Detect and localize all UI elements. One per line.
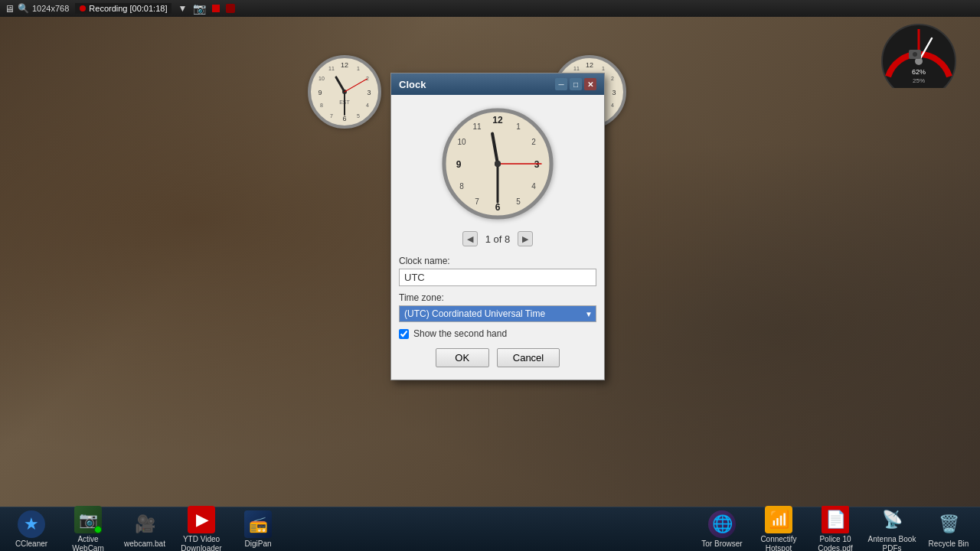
close-icon[interactable] xyxy=(226,4,235,13)
select-arrow-icon: ▼ xyxy=(585,310,593,318)
svg-text:4: 4 xyxy=(531,182,536,191)
ytd-icon: ▶ xyxy=(188,506,215,533)
webcam-bat-label: webcam.bat xyxy=(124,540,165,549)
digipan-icon: 📻 xyxy=(244,510,272,538)
timezone-label: Time zone: xyxy=(399,292,596,303)
taskbar-icon-ytd[interactable]: ▶ YTD Video Downloader xyxy=(175,503,228,552)
close-button[interactable]: ✕ xyxy=(584,78,596,90)
taskbar-icon-tor[interactable]: 🌐 Tor Browser xyxy=(695,507,749,552)
camera-icon[interactable]: 📷 xyxy=(193,2,206,15)
webcam-bat-icon: 🎥 xyxy=(131,510,158,538)
search-icon: 🔍 xyxy=(18,3,29,14)
svg-text:10: 10 xyxy=(457,138,466,146)
svg-text:4: 4 xyxy=(366,103,369,108)
taskbar-icon-digipan[interactable]: 📻 DigiPan xyxy=(231,507,285,552)
recording-badge: Recording [00:01:18] xyxy=(75,3,172,14)
resolution-label: 1024x768 xyxy=(32,4,69,13)
tor-icon: 🌐 xyxy=(708,510,736,538)
dropdown-arrow[interactable]: ▼ xyxy=(178,3,187,14)
taskbar-icon-ccleaner[interactable]: ★ CCleaner xyxy=(5,507,58,552)
recycle-bin-label: Recycle Bin xyxy=(929,540,969,549)
dialog-title: Clock xyxy=(399,79,426,90)
svg-text:11: 11 xyxy=(573,66,580,71)
svg-text:5: 5 xyxy=(516,197,521,206)
second-hand-checkbox[interactable] xyxy=(399,329,409,339)
timezone-group: Time zone: (UTC) Coordinated Universal T… xyxy=(399,292,596,322)
active-webcam-icon: 📷 xyxy=(74,506,102,533)
desktop-clock-left: 12 3 6 9 1 2 4 5 7 8 10 11 EST xyxy=(306,54,383,130)
second-hand-label: Show the second hand xyxy=(413,328,507,339)
connectify-label: Connectify Hotspot xyxy=(753,535,804,552)
ok-button[interactable]: OK xyxy=(436,348,489,367)
rec-dot xyxy=(80,5,86,11)
titlebar-buttons[interactable]: ─ □ ✕ xyxy=(555,78,596,90)
svg-text:11: 11 xyxy=(472,122,482,131)
timezone-select-wrapper: (UTC) Coordinated Universal Time ▼ xyxy=(399,305,596,322)
top-bar-icons: 🖥 🔍 1024x768 xyxy=(5,3,69,15)
taskbar: ★ CCleaner 📷 Active WebCam 🎥 webcam.bat … xyxy=(0,507,980,551)
svg-text:12: 12 xyxy=(341,61,348,69)
dialog-titlebar: Clock ─ □ ✕ xyxy=(391,73,604,95)
svg-text:2: 2 xyxy=(366,76,369,81)
ccleaner-label: CCleaner xyxy=(15,540,47,549)
pagination: ◀ 1 of 8 ▶ xyxy=(399,231,596,246)
police-codes-icon: 📄 xyxy=(822,506,849,533)
tor-label: Tor Browser xyxy=(701,540,742,549)
svg-text:11: 11 xyxy=(328,66,335,71)
digipan-label: DigiPan xyxy=(244,540,271,549)
minimize-button[interactable]: ─ xyxy=(555,78,567,90)
timezone-value: (UTC) Coordinated Universal Time xyxy=(404,308,545,319)
maximize-button[interactable]: □ xyxy=(570,78,582,90)
next-page-button[interactable]: ▶ xyxy=(518,231,533,246)
svg-text:1: 1 xyxy=(516,122,521,131)
svg-text:6: 6 xyxy=(495,202,501,213)
svg-text:2: 2 xyxy=(611,76,614,81)
svg-text:3: 3 xyxy=(534,159,540,170)
svg-text:9: 9 xyxy=(318,89,322,96)
ccleaner-icon: ★ xyxy=(18,510,45,538)
svg-text:3: 3 xyxy=(367,89,371,96)
timezone-select[interactable]: (UTC) Coordinated Universal Time ▼ xyxy=(399,305,596,322)
clock-dialog: Clock ─ □ ✕ 12 3 6 9 1 2 xyxy=(390,73,605,380)
cancel-button[interactable]: Cancel xyxy=(497,348,560,367)
svg-text:3: 3 xyxy=(612,89,616,96)
top-bar: 🖥 🔍 1024x768 Recording [00:01:18] ▼ 📷 xyxy=(0,0,980,17)
clock-name-input[interactable] xyxy=(399,269,596,286)
svg-text:6: 6 xyxy=(342,115,346,122)
taskbar-icon-recycle-bin[interactable]: 🗑️ Recycle Bin xyxy=(922,507,975,552)
taskbar-icon-connectify[interactable]: 📶 Connectify Hotspot xyxy=(752,503,805,552)
svg-text:12: 12 xyxy=(492,115,503,126)
taskbar-icon-webcam-bat[interactable]: 🎥 webcam.bat xyxy=(118,507,172,552)
police-codes-label: Police 10 Codes.pdf xyxy=(810,535,861,552)
svg-text:25%: 25% xyxy=(913,77,925,84)
stop-button[interactable] xyxy=(212,5,220,12)
recycle-bin-icon: 🗑️ xyxy=(935,510,962,538)
svg-text:8: 8 xyxy=(320,103,323,108)
gauge-widget: 62% 25% xyxy=(873,15,965,92)
svg-text:7: 7 xyxy=(475,197,479,206)
clock-name-label: Clock name: xyxy=(399,256,596,266)
ytd-label: YTD Video Downloader xyxy=(176,535,227,552)
screen-icon: 🖥 xyxy=(5,3,15,15)
dialog-content: 12 3 6 9 1 2 4 5 7 8 10 11 xyxy=(391,95,604,380)
taskbar-icon-police-codes[interactable]: 📄 Police 10 Codes.pdf xyxy=(808,503,862,552)
svg-text:12: 12 xyxy=(586,61,593,69)
svg-text:10: 10 xyxy=(318,76,325,81)
page-indicator: 1 of 8 xyxy=(485,233,511,245)
prev-page-button[interactable]: ◀ xyxy=(462,231,478,246)
antenna-book-icon: 📡 xyxy=(878,506,906,533)
desktop: www.Bandicam.com 🖥 🔍 1024x768 Recording … xyxy=(0,0,980,551)
svg-point-38 xyxy=(913,52,917,57)
clock-preview: 12 3 6 9 1 2 4 5 7 8 10 11 xyxy=(436,103,559,225)
svg-text:5: 5 xyxy=(357,113,360,119)
active-webcam-label: Active WebCam xyxy=(63,535,113,552)
taskbar-icon-active-webcam[interactable]: 📷 Active WebCam xyxy=(61,503,115,552)
recording-time: Recording [00:01:18] xyxy=(89,4,167,13)
svg-text:1: 1 xyxy=(357,66,360,71)
svg-text:4: 4 xyxy=(611,103,614,108)
clock-name-group: Clock name: xyxy=(399,256,596,286)
svg-text:8: 8 xyxy=(459,182,464,191)
svg-text:9: 9 xyxy=(456,159,462,170)
taskbar-icon-antenna-book[interactable]: 📡 Antenna Book PDFs xyxy=(865,503,919,552)
connectify-icon: 📶 xyxy=(765,506,792,533)
